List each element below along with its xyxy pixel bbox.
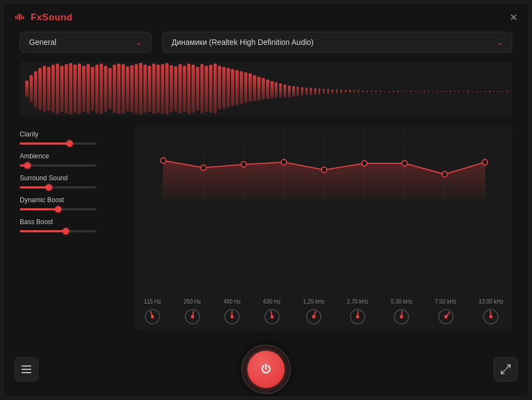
svg-rect-40 [178, 64, 182, 113]
eq-band-250hz: 250 Hz [184, 299, 201, 325]
preset-dropdown-label: General [29, 38, 56, 47]
clarity-slider-group: Clarity [20, 130, 129, 145]
ambience-slider-group: Ambience [20, 152, 129, 167]
svg-rect-37 [165, 63, 168, 115]
svg-rect-108 [476, 91, 477, 92]
svg-rect-5 [25, 81, 29, 97]
svg-rect-91 [401, 91, 403, 92]
svg-rect-9 [43, 66, 46, 112]
menu-button[interactable] [14, 357, 38, 381]
eq-freq-53khz: 5.30 kHz [391, 299, 412, 305]
svg-point-143 [312, 315, 315, 318]
svg-rect-2 [19, 13, 20, 20]
svg-rect-100 [441, 91, 442, 92]
svg-rect-98 [432, 91, 433, 92]
svg-point-149 [444, 315, 448, 318]
close-button[interactable]: ✕ [510, 13, 518, 22]
svg-rect-49 [218, 66, 221, 110]
svg-rect-42 [187, 64, 190, 114]
svg-rect-57 [253, 75, 256, 101]
dynamic-boost-label: Dynamic Boost [20, 196, 129, 204]
svg-rect-80 [354, 90, 355, 93]
eq-panel: 115 Hz 250 Hz 450 Hz [135, 125, 512, 331]
menu-line-1 [21, 365, 31, 367]
svg-point-131 [402, 161, 408, 166]
svg-rect-85 [376, 90, 377, 93]
svg-rect-81 [358, 90, 359, 93]
preset-dropdown[interactable]: General ⌄ [20, 32, 151, 53]
svg-rect-28 [126, 66, 129, 111]
svg-rect-62 [275, 82, 278, 98]
svg-rect-22 [100, 64, 103, 114]
svg-rect-23 [104, 66, 107, 112]
main-content: General ⌄ Динамики (Realtek High Definit… [3, 32, 529, 342]
menu-line-3 [21, 372, 31, 373]
svg-rect-1 [18, 14, 19, 20]
svg-rect-70 [310, 88, 312, 95]
dynamic-boost-slider-group: Dynamic Boost [20, 196, 129, 210]
svg-rect-67 [297, 87, 299, 96]
svg-rect-109 [480, 91, 482, 92]
svg-rect-59 [262, 78, 265, 100]
power-icon [259, 363, 273, 376]
svg-point-126 [201, 165, 206, 170]
svg-rect-32 [143, 65, 146, 113]
svg-rect-48 [213, 64, 217, 114]
svg-rect-15 [69, 63, 72, 115]
eq-knob-450hz[interactable] [223, 308, 241, 325]
bass-boost-track[interactable] [20, 230, 97, 232]
device-dropdown-arrow: ⌄ [496, 38, 503, 47]
main-controls: Clarity Ambience Surround Soun [20, 125, 512, 331]
svg-rect-3 [21, 15, 22, 19]
svg-point-133 [482, 159, 488, 165]
eq-knob-250hz[interactable] [184, 308, 201, 325]
svg-rect-89 [393, 90, 394, 93]
surround-sound-slider-group: Surround Sound [20, 174, 129, 188]
eq-knob-125khz[interactable] [305, 308, 322, 325]
svg-rect-36 [161, 64, 164, 113]
svg-rect-61 [270, 81, 274, 99]
svg-rect-43 [191, 65, 195, 113]
eq-band-125khz: 1.25 kHz [303, 299, 325, 325]
title-bar: FxSound ✕ [3, 3, 529, 32]
eq-knob-75khz[interactable] [437, 308, 455, 325]
ambience-label: Ambience [20, 152, 129, 160]
eq-freq-450hz: 450 Hz [223, 299, 241, 305]
device-dropdown[interactable]: Динамики (Realtek High Definition Audio)… [162, 32, 512, 53]
svg-rect-18 [82, 66, 86, 112]
shrink-button[interactable] [494, 357, 518, 381]
sliders-panel: Clarity Ambience Surround Soun [20, 125, 129, 331]
svg-line-153 [501, 370, 505, 374]
ambience-track[interactable] [20, 164, 97, 167]
svg-rect-107 [472, 91, 473, 92]
waveform-display: // This will be done via inline SVG rect… [20, 61, 512, 116]
svg-rect-12 [56, 64, 59, 114]
svg-rect-4 [23, 16, 24, 19]
eq-knob-53khz[interactable] [393, 308, 410, 325]
dropdowns-row: General ⌄ Динамики (Realtek High Definit… [20, 32, 512, 53]
svg-rect-35 [156, 65, 160, 113]
menu-line-2 [21, 369, 31, 370]
eq-knob-13khz[interactable] [482, 308, 500, 325]
eq-knob-115hz[interactable] [144, 308, 161, 325]
svg-point-130 [361, 161, 367, 166]
svg-rect-53 [235, 70, 239, 105]
eq-knob-27khz[interactable] [349, 308, 366, 325]
svg-point-132 [442, 172, 448, 177]
dynamic-boost-track[interactable] [20, 208, 97, 210]
logo: FxSound [14, 10, 72, 25]
svg-rect-65 [288, 85, 291, 98]
eq-knob-630hz[interactable] [263, 308, 281, 325]
svg-rect-99 [437, 91, 438, 92]
svg-rect-16 [73, 65, 77, 113]
clarity-track[interactable] [20, 142, 97, 145]
svg-point-129 [321, 167, 327, 173]
bottom-bar [3, 342, 529, 397]
svg-rect-77 [341, 89, 342, 94]
svg-rect-54 [240, 71, 243, 104]
surround-sound-track[interactable] [20, 186, 97, 188]
svg-rect-19 [87, 64, 90, 113]
eq-band-115hz: 115 Hz [144, 299, 161, 325]
power-button[interactable] [247, 351, 285, 388]
svg-point-145 [356, 315, 359, 318]
